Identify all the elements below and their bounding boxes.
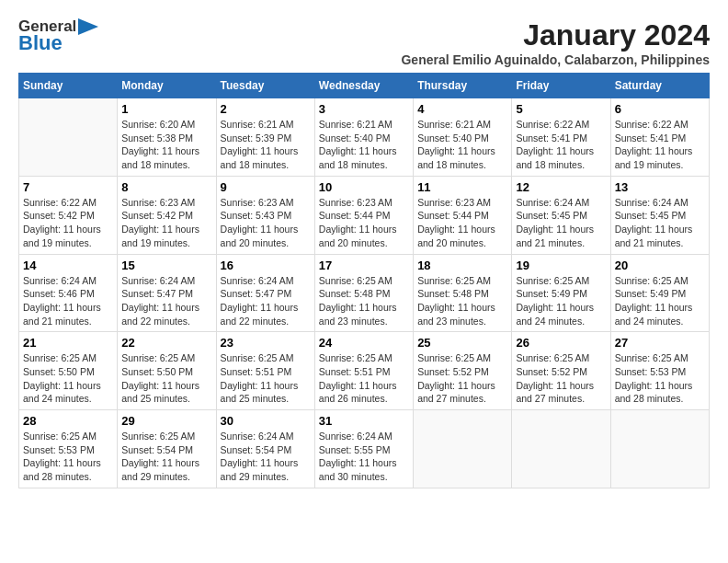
- day-info: Sunrise: 6:23 AM Sunset: 5:44 PM Dayligh…: [417, 196, 507, 250]
- page-header: General Blue January 2024 General Emilio…: [18, 18, 710, 67]
- day-info: Sunrise: 6:25 AM Sunset: 5:51 PM Dayligh…: [319, 351, 409, 406]
- day-cell: 16Sunrise: 6:24 AM Sunset: 5:47 PM Dayli…: [216, 254, 314, 332]
- day-info: Sunrise: 6:25 AM Sunset: 5:53 PM Dayligh…: [23, 430, 113, 484]
- day-cell: 29Sunrise: 6:25 AM Sunset: 5:54 PM Dayli…: [118, 410, 216, 488]
- day-number: 16: [221, 259, 311, 272]
- day-info: Sunrise: 6:22 AM Sunset: 5:41 PM Dayligh…: [516, 118, 606, 172]
- day-number: 19: [516, 259, 606, 272]
- day-info: Sunrise: 6:25 AM Sunset: 5:54 PM Dayligh…: [121, 430, 211, 484]
- logo: General Blue: [18, 18, 98, 54]
- day-cell: 31Sunrise: 6:24 AM Sunset: 5:55 PM Dayli…: [314, 410, 413, 488]
- day-cell: 8Sunrise: 6:23 AM Sunset: 5:42 PM Daylig…: [118, 176, 216, 254]
- day-number: 26: [516, 336, 606, 350]
- header-row: SundayMondayTuesdayWednesdayThursdayFrid…: [19, 74, 710, 98]
- header-cell-sunday: Sunday: [19, 74, 118, 98]
- day-cell: 24Sunrise: 6:25 AM Sunset: 5:51 PM Dayli…: [314, 332, 413, 410]
- day-cell: 28Sunrise: 6:25 AM Sunset: 5:53 PM Dayli…: [19, 410, 118, 488]
- day-info: Sunrise: 6:22 AM Sunset: 5:41 PM Dayligh…: [615, 118, 705, 172]
- day-cell: 18Sunrise: 6:25 AM Sunset: 5:48 PM Dayli…: [414, 254, 512, 332]
- day-cell: [414, 410, 512, 488]
- week-row-5: 28Sunrise: 6:25 AM Sunset: 5:53 PM Dayli…: [19, 410, 710, 488]
- day-cell: 20Sunrise: 6:25 AM Sunset: 5:49 PM Dayli…: [610, 254, 709, 332]
- header-cell-friday: Friday: [512, 74, 610, 98]
- day-number: 12: [516, 180, 606, 194]
- day-number: 8: [121, 180, 211, 194]
- day-cell: 17Sunrise: 6:25 AM Sunset: 5:48 PM Dayli…: [314, 254, 413, 332]
- day-cell: 9Sunrise: 6:23 AM Sunset: 5:43 PM Daylig…: [216, 176, 314, 254]
- day-number: 22: [121, 336, 211, 350]
- header-cell-thursday: Thursday: [414, 74, 512, 98]
- week-row-4: 21Sunrise: 6:25 AM Sunset: 5:50 PM Dayli…: [19, 332, 710, 410]
- day-cell: 13Sunrise: 6:24 AM Sunset: 5:45 PM Dayli…: [610, 176, 709, 254]
- day-number: 11: [417, 180, 507, 194]
- day-info: Sunrise: 6:25 AM Sunset: 5:52 PM Dayligh…: [516, 351, 606, 406]
- header-cell-tuesday: Tuesday: [216, 74, 314, 98]
- day-cell: 26Sunrise: 6:25 AM Sunset: 5:52 PM Dayli…: [512, 332, 610, 410]
- day-info: Sunrise: 6:24 AM Sunset: 5:45 PM Dayligh…: [516, 196, 606, 250]
- header-cell-monday: Monday: [118, 74, 216, 98]
- day-info: Sunrise: 6:21 AM Sunset: 5:39 PM Dayligh…: [221, 118, 311, 172]
- day-cell: 10Sunrise: 6:23 AM Sunset: 5:44 PM Dayli…: [314, 176, 413, 254]
- day-cell: 14Sunrise: 6:24 AM Sunset: 5:46 PM Dayli…: [19, 254, 118, 332]
- day-info: Sunrise: 6:24 AM Sunset: 5:54 PM Dayligh…: [221, 430, 311, 484]
- day-info: Sunrise: 6:24 AM Sunset: 5:47 PM Dayligh…: [221, 274, 311, 328]
- day-number: 4: [417, 102, 507, 116]
- day-cell: 1Sunrise: 6:20 AM Sunset: 5:38 PM Daylig…: [118, 98, 216, 177]
- month-title: January 2024: [401, 18, 710, 52]
- day-info: Sunrise: 6:25 AM Sunset: 5:53 PM Dayligh…: [615, 351, 705, 406]
- day-info: Sunrise: 6:25 AM Sunset: 5:50 PM Dayligh…: [23, 351, 113, 406]
- day-info: Sunrise: 6:22 AM Sunset: 5:42 PM Dayligh…: [23, 196, 113, 250]
- day-cell: 25Sunrise: 6:25 AM Sunset: 5:52 PM Dayli…: [414, 332, 512, 410]
- day-cell: 6Sunrise: 6:22 AM Sunset: 5:41 PM Daylig…: [610, 98, 709, 177]
- day-cell: 15Sunrise: 6:24 AM Sunset: 5:47 PM Dayli…: [118, 254, 216, 332]
- day-number: 30: [221, 414, 311, 428]
- title-block: January 2024 General Emilio Aguinaldo, C…: [401, 18, 710, 67]
- day-cell: 7Sunrise: 6:22 AM Sunset: 5:42 PM Daylig…: [19, 176, 118, 254]
- day-number: 31: [319, 414, 409, 428]
- day-cell: 4Sunrise: 6:21 AM Sunset: 5:40 PM Daylig…: [414, 98, 512, 177]
- day-number: 13: [615, 180, 705, 194]
- day-info: Sunrise: 6:25 AM Sunset: 5:51 PM Dayligh…: [221, 351, 311, 406]
- day-info: Sunrise: 6:25 AM Sunset: 5:52 PM Dayligh…: [417, 351, 507, 406]
- day-info: Sunrise: 6:21 AM Sunset: 5:40 PM Dayligh…: [319, 118, 409, 172]
- day-number: 15: [121, 259, 211, 272]
- day-cell: 30Sunrise: 6:24 AM Sunset: 5:54 PM Dayli…: [216, 410, 314, 488]
- day-info: Sunrise: 6:25 AM Sunset: 5:48 PM Dayligh…: [417, 274, 507, 328]
- day-info: Sunrise: 6:25 AM Sunset: 5:49 PM Dayligh…: [615, 274, 705, 328]
- day-info: Sunrise: 6:25 AM Sunset: 5:49 PM Dayligh…: [516, 274, 606, 328]
- day-cell: 12Sunrise: 6:24 AM Sunset: 5:45 PM Dayli…: [512, 176, 610, 254]
- day-info: Sunrise: 6:24 AM Sunset: 5:45 PM Dayligh…: [615, 196, 705, 250]
- day-number: 29: [121, 414, 211, 428]
- calendar-header: SundayMondayTuesdayWednesdayThursdayFrid…: [19, 74, 710, 98]
- day-number: 3: [319, 102, 409, 116]
- day-number: 25: [417, 336, 507, 350]
- week-row-3: 14Sunrise: 6:24 AM Sunset: 5:46 PM Dayli…: [19, 254, 710, 332]
- day-number: 5: [516, 102, 606, 116]
- day-cell: [610, 410, 709, 488]
- logo-blue-text: Blue: [18, 32, 98, 54]
- subtitle: General Emilio Aguinaldo, Calabarzon, Ph…: [401, 52, 710, 67]
- day-number: 27: [615, 336, 705, 350]
- day-number: 23: [221, 336, 311, 350]
- day-number: 18: [417, 259, 507, 272]
- day-number: 9: [221, 180, 311, 194]
- day-info: Sunrise: 6:24 AM Sunset: 5:55 PM Dayligh…: [319, 430, 409, 484]
- day-number: 1: [121, 102, 211, 116]
- day-number: 21: [23, 336, 113, 350]
- day-number: 20: [615, 259, 705, 272]
- day-cell: 11Sunrise: 6:23 AM Sunset: 5:44 PM Dayli…: [414, 176, 512, 254]
- day-info: Sunrise: 6:23 AM Sunset: 5:44 PM Dayligh…: [319, 196, 409, 250]
- day-info: Sunrise: 6:21 AM Sunset: 5:40 PM Dayligh…: [417, 118, 507, 172]
- day-cell: 23Sunrise: 6:25 AM Sunset: 5:51 PM Dayli…: [216, 332, 314, 410]
- day-info: Sunrise: 6:23 AM Sunset: 5:42 PM Dayligh…: [121, 196, 211, 250]
- week-row-2: 7Sunrise: 6:22 AM Sunset: 5:42 PM Daylig…: [19, 176, 710, 254]
- week-row-1: 1Sunrise: 6:20 AM Sunset: 5:38 PM Daylig…: [19, 98, 710, 177]
- day-number: 2: [221, 102, 311, 116]
- header-cell-wednesday: Wednesday: [314, 74, 413, 98]
- day-cell: 2Sunrise: 6:21 AM Sunset: 5:39 PM Daylig…: [216, 98, 314, 177]
- day-number: 14: [23, 259, 113, 272]
- day-info: Sunrise: 6:20 AM Sunset: 5:38 PM Dayligh…: [121, 118, 211, 172]
- day-cell: [19, 98, 118, 177]
- day-cell: [512, 410, 610, 488]
- day-cell: 5Sunrise: 6:22 AM Sunset: 5:41 PM Daylig…: [512, 98, 610, 177]
